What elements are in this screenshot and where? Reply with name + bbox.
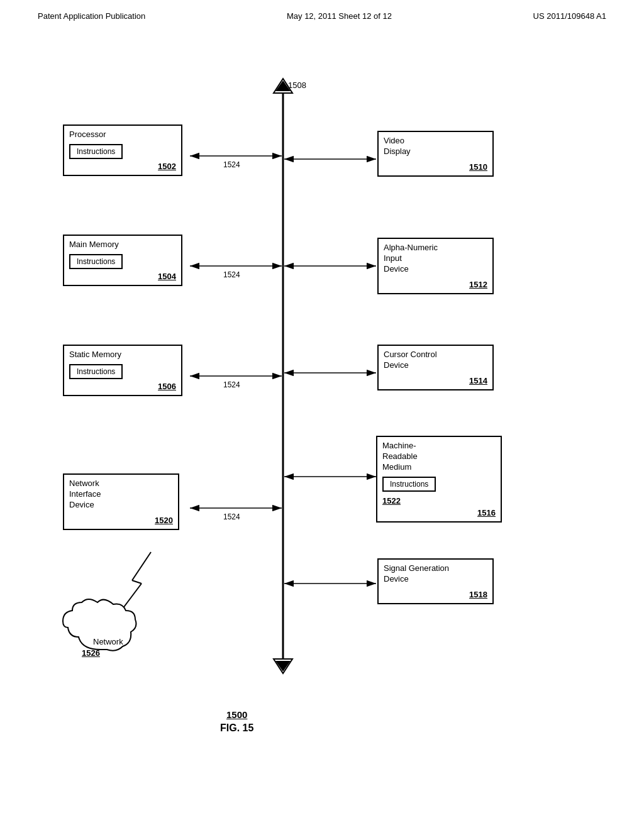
main-memory-id: 1504 [158,272,176,281]
alpha-numeric-id: 1512 [469,280,487,289]
cursor-control-box: Cursor Control Device 1514 [377,345,494,390]
static-memory-instructions: Instructions [69,364,123,379]
signal-generation-title: Signal Generation Device [384,563,449,585]
video-display-box: Video Display 1510 [377,131,494,177]
figure-label: FIG. 15 [220,722,253,734]
bus-label-1: 1524 [223,160,240,169]
network-interface-title: Network Interface Device [69,479,101,511]
network-label: Network [93,637,123,646]
processor-title: Processor [69,130,106,140]
svg-marker-8 [275,661,291,672]
machine-readable-id2: 1516 [477,508,496,517]
processor-id: 1502 [158,162,176,171]
figure-id: 1500 [220,709,253,720]
static-memory-title: Static Memory [69,350,121,360]
static-memory-box: Static Memory Instructions 1506 [63,345,182,396]
diagram-container: 1508 1524 1524 1524 1524 Processor Instr… [0,33,644,756]
cursor-control-id: 1514 [469,376,487,385]
bus-arrow-label: 1508 [288,80,306,90]
header-right: US 2011/109648 A1 [533,11,606,21]
svg-line-18 [132,552,151,580]
cursor-control-title: Cursor Control Device [384,350,437,371]
bus-label-2: 1524 [223,270,240,279]
figure-caption: 1500 FIG. 15 [220,709,253,734]
video-display-title: Video Display [384,136,411,157]
svg-line-19 [132,580,142,584]
alpha-numeric-title: Alpha-Numeric Input Device [384,243,438,275]
machine-readable-instructions: Instructions [382,477,436,492]
network-interface-id: 1520 [155,516,173,525]
signal-generation-box: Signal Generation Device 1518 [377,558,494,604]
main-memory-instructions: Instructions [69,254,123,269]
page-header: Patent Application Publication May 12, 2… [0,0,644,27]
network-id: 1526 [82,648,100,658]
network-interface-box: Network Interface Device 1520 [63,473,179,530]
machine-readable-box: Machine- Readable Medium Instructions 15… [376,436,502,523]
video-display-id: 1510 [469,162,487,172]
machine-readable-title: Machine- Readable Medium [382,441,418,473]
bus-label-3: 1524 [223,380,240,389]
signal-generation-id: 1518 [469,590,487,599]
svg-marker-7 [274,659,292,673]
header-left: Patent Application Publication [38,11,145,21]
main-memory-box: Main Memory Instructions 1504 [63,235,182,286]
processor-box: Processor Instructions 1502 [63,124,182,176]
main-memory-title: Main Memory [69,240,119,250]
machine-readable-id1: 1522 [382,496,401,506]
header-middle: May 12, 2011 Sheet 12 of 12 [287,11,392,21]
static-memory-id: 1506 [158,382,176,391]
alpha-numeric-box: Alpha-Numeric Input Device 1512 [377,238,494,294]
svg-line-20 [123,584,142,609]
processor-instructions: Instructions [69,144,123,159]
bus-label-4: 1524 [223,512,240,521]
